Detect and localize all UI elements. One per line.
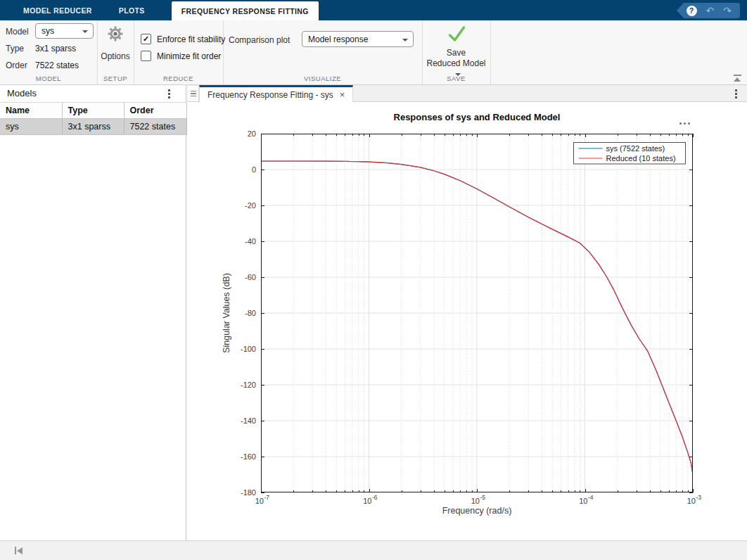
green-check-icon [447, 25, 466, 44]
svg-text:10: 10 [471, 497, 480, 505]
document-tabbar: Frequency Response Fitting - sys × [187, 85, 747, 102]
svg-text:10: 10 [579, 497, 587, 505]
models-table-header-row: Name Type Order [0, 103, 186, 119]
table-row[interactable]: sys 3x1 sparss 7522 states [0, 119, 186, 135]
models-table: Name Type Order sys 3x1 sparss 7522 stat… [0, 103, 187, 135]
svg-text:-140: -140 [241, 416, 256, 425]
model-dropdown-value: sys [42, 26, 54, 36]
svg-text:-160: -160 [241, 452, 256, 461]
enforce-fit-stability-checkbox-row: ✓ Enforce fit stability [141, 34, 225, 44]
svg-text:-20: -20 [245, 201, 256, 210]
svg-text:-120: -120 [241, 381, 256, 389]
status-bar [0, 540, 747, 560]
chevron-down-icon [82, 30, 88, 33]
svg-text:10: 10 [687, 497, 696, 505]
section-label-setup: SETUP [97, 75, 134, 82]
minimize-fit-order-label[interactable]: Minimize fit order [157, 51, 221, 61]
tab-frequency-response-fitting[interactable]: FREQUENCY RESPONSE FITTING [172, 1, 319, 20]
enforce-fit-stability-label[interactable]: Enforce fit stability [157, 34, 225, 44]
ribbon: Model sys Type 3x1 sparss Order 7522 sta… [0, 20, 747, 85]
collapse-left-panel-icon [15, 547, 16, 554]
section-label-reduce: REDUCE [134, 75, 223, 82]
svg-text:-40: -40 [245, 237, 256, 246]
section-label-model: MODEL [0, 75, 97, 82]
collapse-left-panel-button[interactable] [15, 547, 23, 554]
quick-access-toolbar: ? ↶ ↷ [677, 3, 740, 18]
collapse-left-panel-icon-triangle [17, 547, 23, 554]
order-field-value: 7522 states [35, 61, 79, 70]
model-row-name: sys [0, 119, 62, 135]
collapse-ribbon-icon [734, 75, 741, 76]
chevron-down-icon [402, 39, 408, 42]
enforce-fit-stability-checkbox[interactable]: ✓ [141, 34, 151, 44]
comparison-plot-dropdown[interactable]: Model response [302, 31, 414, 47]
svg-text:sys (7522 states): sys (7522 states) [606, 144, 665, 153]
quick-access-arrow-decoration [677, 3, 684, 18]
type-field-value: 3x1 sparss [35, 44, 76, 53]
tab-plots[interactable]: PLOTS [106, 0, 158, 20]
document-tab-frequency-response-fitting[interactable]: Frequency Response Fitting - sys × [199, 85, 353, 102]
comparison-plot-label: Comparison plot [229, 35, 290, 45]
panel-menu-icon[interactable] [168, 89, 170, 98]
comparison-plot-dropdown-value: Model response [308, 34, 368, 44]
column-header-name[interactable]: Name [0, 103, 62, 119]
svg-text:0: 0 [252, 165, 256, 174]
minimize-fit-order-checkbox-row: Minimize fit order [141, 51, 221, 61]
model-row-order: 7522 states [124, 119, 186, 135]
models-panel-header: Models [0, 85, 186, 103]
undo-icon[interactable]: ↶ [706, 6, 715, 15]
tabbar-menu-icon[interactable] [735, 89, 737, 98]
tab-model-reducer[interactable]: MODEL REDUCER [10, 0, 106, 20]
svg-text:-100: -100 [241, 345, 256, 353]
model-row-type: 3x1 sparss [62, 119, 124, 135]
ribbon-section-model: Model sys Type 3x1 sparss Order 7522 sta… [0, 20, 98, 84]
order-field-label: Order [6, 61, 27, 70]
close-icon[interactable]: × [340, 90, 345, 99]
svg-text:-80: -80 [245, 309, 256, 317]
svg-text:-3: -3 [696, 494, 702, 501]
ribbon-section-reduce: ✓ Enforce fit stability Minimize fit ord… [134, 20, 224, 84]
svg-text:10: 10 [255, 497, 264, 505]
figure-panel: Responses of sys and Reduced Model Singu… [187, 102, 747, 540]
quick-access-body: ? ↶ ↷ [684, 3, 740, 18]
redo-icon[interactable]: ↷ [723, 6, 732, 15]
collapse-ribbon-icon-triangle [734, 77, 741, 82]
toolstrip-tabs: MODEL REDUCER PLOTS FREQUENCY RESPONSE F… [0, 0, 319, 20]
svg-text:Reduced (10 states): Reduced (10 states) [606, 154, 676, 163]
options-button-label[interactable]: Options [97, 51, 134, 61]
app-toolstrip: MODEL REDUCER PLOTS FREQUENCY RESPONSE F… [0, 0, 747, 20]
model-dropdown[interactable]: sys [35, 23, 94, 39]
svg-text:20: 20 [248, 129, 256, 138]
section-label-visualize: VISUALIZE [223, 75, 422, 82]
ribbon-section-setup: Options SETUP [97, 20, 134, 84]
help-icon[interactable]: ? [687, 6, 697, 16]
svg-text:-7: -7 [264, 494, 270, 501]
svg-text:-180: -180 [241, 488, 256, 497]
ribbon-section-save: Save Reduced Model SAVE [422, 20, 491, 84]
model-field-label: Model [6, 27, 29, 37]
ribbon-section-visualize: Comparison plot Model response VISUALIZE [223, 20, 423, 84]
collapse-ribbon-button[interactable] [734, 75, 741, 82]
svg-text:-6: -6 [372, 494, 378, 501]
svg-text:-60: -60 [245, 273, 256, 281]
column-header-type[interactable]: Type [62, 103, 124, 119]
section-label-save: SAVE [422, 75, 490, 82]
models-panel: Models Name Type Order sys 3x1 sparss 75… [0, 85, 186, 540]
column-header-order[interactable]: Order [124, 103, 186, 119]
svg-text:-5: -5 [480, 494, 486, 501]
minimize-fit-order-checkbox[interactable] [141, 51, 151, 61]
document-tab-label: Frequency Response Fitting - sys [208, 90, 333, 100]
type-field-label: Type [6, 44, 24, 53]
svg-text:-4: -4 [588, 494, 594, 501]
options-button[interactable] [107, 25, 124, 45]
document-bar-handle-icon[interactable] [188, 86, 199, 101]
gear-icon [107, 25, 124, 42]
models-panel-title: Models [7, 88, 37, 98]
document-area: Frequency Response Fitting - sys × Respo… [187, 85, 747, 540]
svg-text:10: 10 [363, 497, 371, 505]
save-reduced-model-button[interactable] [447, 25, 466, 46]
chart-svg: 200-20-40-60-80-100-120-140-160-18010-71… [187, 102, 747, 523]
